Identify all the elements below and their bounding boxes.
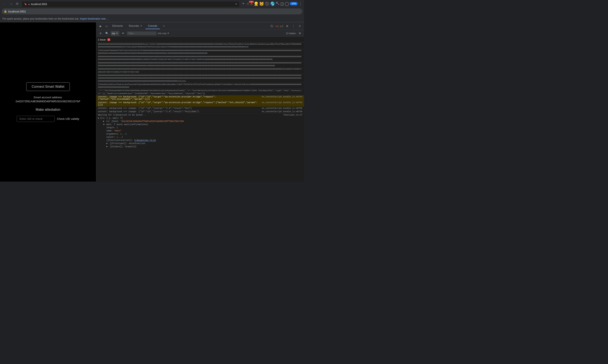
- uid-input[interactable]: [17, 116, 55, 122]
- sidebar-icon[interactable]: ◫: [280, 1, 284, 6]
- waiting-file-link[interactable]: functions.ts:27: [283, 114, 302, 116]
- hidden-count: 12 hidden: [286, 32, 296, 35]
- console-hex-line: 0000000000000000000000000000000000000000…: [96, 74, 304, 83]
- console-output[interactable]: 000000000000000000000000000000000000001a…: [96, 43, 304, 182]
- wait-arguments: arguments: (...): [96, 132, 304, 136]
- tab-elements[interactable]: Elements: [110, 23, 125, 29]
- tab-title: localhost:3001: [31, 3, 47, 6]
- wait-fn-text: wait: f async wait(confirmations): [106, 123, 148, 126]
- reload-button[interactable]: ⟳: [14, 1, 20, 7]
- scopes-label: [[Scopes]]: Scopes[3]: [110, 145, 136, 148]
- caller-val: (...): [117, 136, 123, 138]
- console-hex-line: 0000000000000000000000000000000000000000…: [96, 67, 304, 74]
- menu-icon[interactable]: ⋮: [298, 1, 302, 6]
- length-key: length:: [106, 127, 117, 129]
- warning-count-badge: △ 1: [280, 25, 283, 27]
- tx-hash-expand[interactable]: ►: [103, 120, 104, 123]
- caller-key: caller:: [106, 136, 117, 138]
- wait-expand-icon[interactable]: ►: [103, 124, 105, 125]
- make-attestation-label: Make attestation: [36, 108, 60, 112]
- inspect-icon[interactable]: ▶: [98, 24, 103, 29]
- yellow-entry-text-1: content: inpage >>> background: {"id":"1…: [98, 96, 262, 100]
- console-entry-yellow-1: content: inpage >>> background: {"id":"1…: [96, 95, 304, 101]
- url-text: localhost:3001: [8, 10, 26, 13]
- tab-bar: ← → ⟳ 🔖 ● localhost:3001 ✕ + ☆ ⚠ 8 👱 🐱 ⚫…: [0, 0, 304, 7]
- forward-button[interactable]: →: [8, 1, 14, 7]
- extension-icon-2[interactable]: ⚫: [265, 1, 269, 6]
- tab-close[interactable]: ✕: [235, 3, 237, 5]
- wait-length: length: 1: [96, 126, 304, 129]
- filter-input[interactable]: [127, 31, 156, 35]
- close-devtools-icon[interactable]: ✕: [297, 24, 302, 29]
- scopes-expand[interactable]: ►: [106, 145, 108, 148]
- waiting-line: Waiting for transaction to be mined... f…: [96, 114, 304, 117]
- issues-bar: 1 Issue: 1: [96, 37, 304, 43]
- console-hex-line: f2e5ed63210621ef5e9c2c3e4faa141bf2ad166b…: [96, 83, 304, 89]
- uid-section: Check UID validity: [17, 116, 79, 122]
- settings-icon[interactable]: ⚙: [284, 24, 290, 29]
- bookmarks-bar: For quick access, place your bookmarks h…: [0, 15, 304, 22]
- address-bar-row: 🔒 localhost:3001: [0, 7, 304, 15]
- proto-expand[interactable]: ►: [106, 142, 108, 145]
- alert-icon[interactable]: ⚠ 8: [250, 2, 253, 5]
- wait-fn-line: ► wait: f async wait(confirmations): [96, 123, 304, 126]
- devtools-panel: ▶ ▭ Elements Recorder ↗ Console » ⚫ ● 1 …: [96, 22, 304, 182]
- console-hex-line: 000000000000000000000000000000000000001a…: [96, 43, 304, 49]
- tab-console[interactable]: Console: [146, 23, 160, 29]
- context-label: top: [112, 32, 115, 35]
- extension-icon-1[interactable]: 🐱: [259, 1, 264, 6]
- length-val: 1: [117, 127, 118, 129]
- back-button[interactable]: ←: [2, 1, 8, 7]
- browser-chrome: ← → ⟳ 🔖 ● localhost:3001 ✕ + ☆ ⚠ 8 👱 🐱 ⚫…: [0, 0, 304, 22]
- clear-console-icon[interactable]: ⊘: [98, 31, 103, 36]
- new-tab-button[interactable]: +: [241, 1, 246, 6]
- fn-location-link[interactable]: transaction.js:11: [134, 139, 156, 142]
- tab-recorder[interactable]: Recorder ↗: [126, 23, 145, 29]
- file-link-3[interactable]: ex_contentScript.bundle.js:48759: [262, 107, 302, 109]
- name-val: "wait": [114, 130, 122, 132]
- devtools-second-bar: ⊘ 🔍 top ▼ 👁 Info only ▼ 12 hidden ⚙: [96, 30, 304, 37]
- prototype-prop: ► [[Prototype]]: AsyncFunction: [96, 142, 304, 145]
- check-uid-button[interactable]: Check UID validity: [57, 117, 79, 120]
- puzzle-icon[interactable]: ⛏: [276, 1, 280, 6]
- info-only-selector[interactable]: Info only ▼: [158, 32, 169, 35]
- tx-hash-text: tx: {hash: '0xe1815dc369e6baffbd91a32d7e…: [106, 120, 184, 123]
- file-link-2[interactable]: ex_contentScript.bundle.js:48754: [262, 102, 302, 106]
- waiting-text: Waiting for transaction to be mined...: [98, 114, 146, 116]
- device-icon[interactable]: ▭: [104, 24, 109, 29]
- tx-expand-icon[interactable]: ►: [98, 117, 99, 119]
- arguments-key: arguments:: [106, 133, 120, 135]
- info-only-label: Info only: [158, 32, 167, 35]
- error-count-badge: ● 1: [275, 25, 279, 27]
- file-link-1[interactable]: ex_contentScript.bundle.js:48754: [262, 96, 302, 100]
- normal-entry-text-1: content: background >>> inpage: {"id":"1…: [98, 107, 192, 109]
- issues-badge: 1: [108, 38, 110, 41]
- tx-object: ► {tx: {…}, wait: f}: [96, 117, 304, 120]
- eye-icon[interactable]: 👁: [121, 31, 126, 36]
- console-hex-line: ,"r":"0x1f925aa64b8479705644b05890cab6bb…: [96, 89, 304, 95]
- name-key: name:: [106, 130, 114, 132]
- import-bookmarks-link[interactable]: Import bookmarks now ...: [80, 17, 108, 20]
- more-options-icon[interactable]: ⋮: [291, 24, 296, 29]
- extension-icon-3[interactable]: 🌎: [270, 1, 275, 6]
- console-entry-normal-2: content: background >>> inpage: {"id":"1…: [96, 110, 304, 114]
- context-selector[interactable]: top ▼: [111, 31, 119, 36]
- profile-icon[interactable]: 👱: [254, 1, 258, 6]
- filter-icon[interactable]: 🔍: [104, 31, 109, 36]
- main-layout: Connect Smart Wallet Smart account addre…: [0, 22, 304, 182]
- file-link-4[interactable]: ex_contentScript.bundle.js:48759: [262, 111, 302, 113]
- toolbar-icons: ☆ ⚠ 8 👱 🐱 ⚫ 🌎 ⛏ ◫ ◯ VPN ⋮: [246, 1, 302, 6]
- address-bar[interactable]: 🔒 localhost:3001: [2, 8, 302, 14]
- tab-more[interactable]: »: [161, 23, 167, 29]
- prototype-label: [[Prototype]]: AsyncFunction: [110, 142, 145, 145]
- function-location: [[FunctionLocation]]: transaction.js:11: [96, 139, 304, 142]
- arguments-val: (...): [120, 133, 127, 135]
- vpn-badge[interactable]: VPN: [290, 2, 298, 5]
- gear-icon[interactable]: ⚙: [297, 31, 302, 36]
- close-drawer-icon[interactable]: ⚫: [269, 24, 274, 29]
- scopes-prop: ► [[Scopes]]: Scopes[3]: [96, 145, 304, 148]
- nav-controls: ← → ⟳: [2, 1, 20, 7]
- console-hex-line: 0000000000000000000000000000000000000000…: [96, 61, 304, 68]
- profile-btn[interactable]: ◯: [285, 1, 289, 6]
- connect-wallet-button[interactable]: Connect Smart Wallet: [26, 82, 70, 91]
